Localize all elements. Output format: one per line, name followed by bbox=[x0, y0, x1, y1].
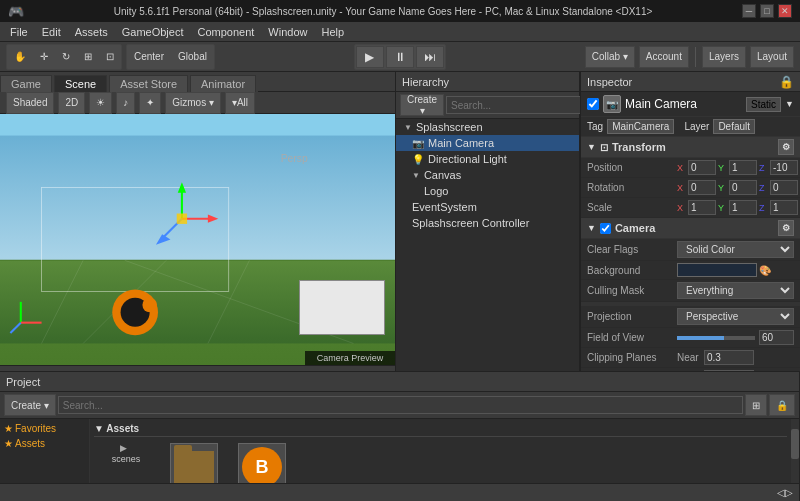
menu-gameobject[interactable]: GameObject bbox=[116, 25, 190, 39]
near-input[interactable] bbox=[704, 350, 754, 365]
rotation-row: Rotation X Y Z bbox=[581, 178, 800, 198]
project-toolbar: Create ▾ ⊞ 🔒 bbox=[0, 392, 799, 419]
blender-shape: B bbox=[242, 447, 282, 483]
background-picker-icon[interactable]: 🎨 bbox=[759, 265, 771, 276]
position-x-input[interactable] bbox=[688, 160, 716, 175]
project-slider-icon[interactable]: ◁▷ bbox=[777, 487, 793, 498]
static-button[interactable]: Static bbox=[746, 97, 781, 112]
hierarchy-item-eventsystem[interactable]: EventSystem bbox=[396, 199, 579, 215]
transform-settings-button[interactable]: ⚙ bbox=[778, 139, 794, 155]
menu-window[interactable]: Window bbox=[262, 25, 313, 39]
camera-section-header[interactable]: ▼ Camera ⚙ bbox=[581, 218, 800, 239]
inspector-lock-icon[interactable]: 🔒 bbox=[779, 75, 794, 89]
tab-game[interactable]: Game bbox=[0, 75, 52, 92]
layers-button[interactable]: Layers bbox=[702, 46, 746, 68]
all-button[interactable]: ▾All bbox=[225, 92, 255, 114]
static-dropdown-icon[interactable]: ▼ bbox=[785, 99, 794, 109]
tab-animator[interactable]: Animator bbox=[190, 75, 256, 92]
pause-button[interactable]: ⏸ bbox=[386, 46, 414, 68]
asset-item-blender[interactable]: B Blender_Lo... bbox=[232, 443, 292, 483]
hierarchy-item-splashscreen[interactable]: ▼ Splashscreen bbox=[396, 119, 579, 135]
clipping-near-value: Near bbox=[677, 350, 794, 365]
close-button[interactable]: ✕ bbox=[778, 4, 792, 18]
menu-assets[interactable]: Assets bbox=[69, 25, 114, 39]
rotation-x-input[interactable] bbox=[688, 180, 716, 195]
menu-help[interactable]: Help bbox=[315, 25, 350, 39]
scene-viewport[interactable]: Persp Camera Preview bbox=[0, 114, 395, 365]
project-scrollbar[interactable] bbox=[791, 419, 799, 483]
2d-button[interactable]: 2D bbox=[58, 92, 85, 114]
transform-tools: ✋ ✛ ↻ ⊞ ⊡ bbox=[6, 44, 122, 70]
hierarchy-item-directional-light[interactable]: 💡 Directional Light bbox=[396, 151, 579, 167]
transform-title: Transform bbox=[612, 141, 666, 153]
project-create-button[interactable]: Create ▾ bbox=[4, 394, 56, 416]
scale-y-input[interactable] bbox=[729, 200, 757, 215]
scale-z-input[interactable] bbox=[770, 200, 798, 215]
x-label: X bbox=[677, 163, 687, 173]
camera-settings-button[interactable]: ⚙ bbox=[778, 220, 794, 236]
culling-mask-dropdown[interactable]: Everything bbox=[677, 282, 794, 299]
step-button[interactable]: ⏭ bbox=[416, 46, 444, 68]
menu-component[interactable]: Component bbox=[191, 25, 260, 39]
scale-xyz: X Y Z bbox=[677, 200, 798, 215]
position-row: Position X Y Z bbox=[581, 158, 800, 178]
camera-preview bbox=[299, 280, 385, 335]
sy-label: Y bbox=[718, 203, 728, 213]
blender-asset-icon: B bbox=[238, 443, 286, 483]
hand-tool-button[interactable]: ✋ bbox=[8, 46, 32, 68]
position-z-input[interactable] bbox=[770, 160, 798, 175]
project-view-button[interactable]: ⊞ bbox=[745, 394, 767, 416]
audio-button[interactable]: ♪ bbox=[116, 92, 135, 114]
menu-edit[interactable]: Edit bbox=[36, 25, 67, 39]
hierarchy-item-canvas[interactable]: ▼ Canvas bbox=[396, 167, 579, 183]
play-button[interactable]: ▶ bbox=[356, 46, 384, 68]
projection-value: Perspective bbox=[677, 308, 794, 325]
scale-x-input[interactable] bbox=[688, 200, 716, 215]
asset-item-scenes[interactable]: ▶ scenes bbox=[96, 443, 156, 483]
menu-file[interactable]: File bbox=[4, 25, 34, 39]
rect-tool-button[interactable]: ⊡ bbox=[100, 46, 120, 68]
asset-item-scripts[interactable]: scripts bbox=[164, 443, 224, 483]
maximize-button[interactable]: □ bbox=[760, 4, 774, 18]
move-tool-button[interactable]: ✛ bbox=[34, 46, 54, 68]
global-button[interactable]: Global bbox=[172, 46, 213, 68]
transform-section-header[interactable]: ▼ ⊡ Transform ⚙ bbox=[581, 137, 800, 158]
inspector-scroll[interactable]: 📷 Main Camera Static ▼ Tag MainCamera La… bbox=[581, 92, 800, 371]
rotate-tool-button[interactable]: ↻ bbox=[56, 46, 76, 68]
shaded-dropdown[interactable]: Shaded bbox=[6, 92, 54, 114]
tab-asset-store[interactable]: Asset Store bbox=[109, 75, 188, 92]
project-lock-button[interactable]: 🔒 bbox=[769, 394, 795, 416]
collab-button[interactable]: Collab ▾ bbox=[585, 46, 635, 68]
tab-scene[interactable]: Scene bbox=[54, 75, 107, 92]
rotation-y-input[interactable] bbox=[729, 180, 757, 195]
minimize-button[interactable]: ─ bbox=[742, 4, 756, 18]
hierarchy-item-main-camera[interactable]: 📷 Main Camera bbox=[396, 135, 579, 151]
folder-expand-icon: ▶ bbox=[120, 443, 132, 453]
hierarchy-item-splashscreen-controller[interactable]: Splashscreen Controller bbox=[396, 215, 579, 231]
rotation-z-input[interactable] bbox=[770, 180, 798, 195]
projection-dropdown[interactable]: Perspective bbox=[677, 308, 794, 325]
object-active-checkbox[interactable] bbox=[587, 98, 599, 110]
scale-tool-button[interactable]: ⊞ bbox=[78, 46, 98, 68]
position-y-input[interactable] bbox=[729, 160, 757, 175]
project-search-input[interactable] bbox=[58, 396, 743, 414]
hierarchy-search-input[interactable] bbox=[446, 96, 583, 114]
scrollbar-thumb[interactable] bbox=[791, 429, 799, 459]
folder-shape bbox=[174, 451, 214, 483]
fov-input[interactable] bbox=[759, 330, 794, 345]
layout-button[interactable]: Layout bbox=[750, 46, 794, 68]
effects-button[interactable]: ✦ bbox=[139, 92, 161, 114]
layer-dropdown[interactable]: Default bbox=[713, 119, 755, 134]
gizmos-button[interactable]: Gizmos ▾ bbox=[165, 92, 221, 114]
center-button[interactable]: Center bbox=[128, 46, 170, 68]
account-button[interactable]: Account bbox=[639, 46, 689, 68]
tag-dropdown[interactable]: MainCamera bbox=[607, 119, 674, 134]
hierarchy-create-button[interactable]: Create ▾ bbox=[400, 94, 444, 116]
clipping-near-row: Clipping Planes Near bbox=[581, 348, 800, 368]
hierarchy-item-logo[interactable]: Logo bbox=[396, 183, 579, 199]
camera-enabled-checkbox[interactable] bbox=[600, 223, 611, 234]
background-color-swatch[interactable] bbox=[677, 263, 757, 277]
lighting-button[interactable]: ☀ bbox=[89, 92, 112, 114]
clear-flags-dropdown[interactable]: Solid Color bbox=[677, 241, 794, 258]
transform-expand-icon: ▼ bbox=[587, 142, 596, 152]
